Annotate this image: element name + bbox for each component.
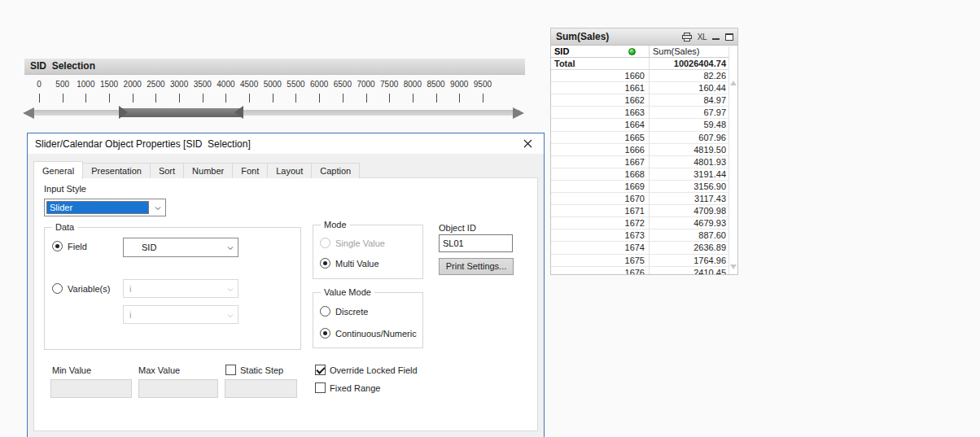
max-value-input bbox=[138, 379, 218, 398]
close-button[interactable] bbox=[511, 133, 544, 154]
table-row[interactable]: 1673887.60 bbox=[551, 229, 728, 242]
static-step-label[interactable]: Static Step bbox=[240, 365, 283, 375]
table-row[interactable]: 1665607.96 bbox=[551, 132, 728, 144]
table-row[interactable]: 16751764.96 bbox=[551, 255, 728, 267]
fixed-range-label[interactable]: Fixed Range bbox=[330, 383, 380, 393]
mode-groupbox: Mode Single Value Multi Value bbox=[313, 225, 423, 279]
cell-sid[interactable]: 1670 bbox=[551, 193, 649, 204]
scroll-up-indicator-icon[interactable] bbox=[730, 81, 737, 85]
slider-tick-label: 5000 bbox=[264, 80, 282, 89]
print-icon[interactable] bbox=[682, 33, 692, 42]
cell-sid[interactable]: 1674 bbox=[551, 242, 649, 253]
slider-tick-label: 2000 bbox=[124, 80, 142, 89]
tab-sort[interactable]: Sort bbox=[151, 163, 184, 178]
print-settings-button[interactable]: Print Settings... bbox=[439, 258, 514, 275]
table-row[interactable]: 166082.26 bbox=[551, 70, 728, 82]
chevron-down-icon[interactable] bbox=[223, 243, 238, 252]
cell-sid[interactable]: 1667 bbox=[551, 156, 649, 168]
cell-sid[interactable]: 1671 bbox=[551, 205, 649, 216]
tab-caption[interactable]: Caption bbox=[312, 163, 360, 178]
slider-scroll-left-icon[interactable] bbox=[23, 107, 34, 119]
slider-tick-label: 1000 bbox=[77, 80, 94, 89]
cell-sid[interactable]: 1676 bbox=[551, 267, 649, 275]
column-header-sum-sales[interactable]: Sum(Sales) bbox=[649, 46, 728, 57]
cell-sid[interactable]: 1663 bbox=[551, 107, 649, 118]
discrete-label[interactable]: Discrete bbox=[335, 307, 368, 317]
cell-sid[interactable]: 1675 bbox=[551, 255, 649, 266]
tab-layout[interactable]: Layout bbox=[268, 163, 312, 178]
static-step-input bbox=[225, 379, 297, 398]
table-row[interactable]: 16762410.45 bbox=[551, 267, 728, 275]
cell-sum-sales: 2410.45 bbox=[649, 267, 728, 275]
input-style-combobox[interactable]: Slider bbox=[44, 199, 166, 216]
tab-font[interactable]: Font bbox=[233, 163, 268, 178]
cell-sum-sales: 4709.98 bbox=[649, 205, 728, 216]
maximize-icon[interactable] bbox=[725, 33, 733, 41]
table-row[interactable]: 16674801.93 bbox=[551, 156, 728, 168]
dialog-title-bar[interactable]: Slider/Calendar Object Properties [SID S… bbox=[28, 133, 544, 154]
field-selected-value: SID bbox=[124, 243, 156, 252]
slider-range-thumb[interactable] bbox=[120, 108, 243, 117]
cell-sid[interactable]: 1668 bbox=[551, 168, 649, 180]
cell-sid[interactable]: 1660 bbox=[551, 70, 649, 81]
tab-number[interactable]: Number bbox=[184, 163, 233, 178]
table-row[interactable]: 16714709.98 bbox=[551, 205, 728, 217]
slider-tick-mark bbox=[483, 94, 483, 103]
table-row[interactable]: 16724679.93 bbox=[551, 217, 728, 229]
continuous-numeric-radio[interactable] bbox=[320, 328, 330, 339]
override-locked-field-checkbox[interactable] bbox=[315, 365, 326, 375]
input-style-selected-value: Slider bbox=[46, 201, 149, 214]
table-row[interactable]: 166284.97 bbox=[551, 94, 728, 107]
variables-radio-label[interactable]: Variable(s) bbox=[68, 284, 110, 294]
excel-export-icon[interactable]: XL bbox=[698, 33, 707, 42]
cell-sid[interactable]: 1672 bbox=[551, 217, 649, 229]
tab-presentation[interactable]: Presentation bbox=[83, 163, 151, 178]
table-row[interactable]: 166367.97 bbox=[551, 107, 728, 119]
variables-radio[interactable] bbox=[52, 283, 63, 294]
table-row[interactable]: 16664819.50 bbox=[551, 144, 728, 156]
slider-tick-mark bbox=[63, 94, 63, 103]
cell-sid[interactable]: 1661 bbox=[551, 82, 649, 94]
minimize-icon[interactable] bbox=[712, 34, 720, 40]
tab-general[interactable]: General bbox=[33, 161, 83, 179]
multi-value-label[interactable]: Multi Value bbox=[335, 259, 379, 269]
cell-sid[interactable]: 1665 bbox=[551, 132, 649, 143]
cell-sid[interactable]: 1666 bbox=[551, 144, 649, 155]
field-radio-label[interactable]: Field bbox=[68, 242, 87, 251]
fixed-range-checkbox[interactable] bbox=[315, 382, 326, 393]
multi-value-radio[interactable] bbox=[320, 258, 330, 269]
slider-tick-label: 4000 bbox=[217, 80, 234, 89]
single-value-label: Single Value bbox=[335, 238, 385, 248]
slider-scroll-right-icon[interactable] bbox=[513, 107, 524, 119]
chevron-down-icon[interactable] bbox=[151, 203, 165, 212]
table-row[interactable]: 166459.48 bbox=[551, 119, 728, 131]
override-locked-field-label[interactable]: Override Locked Field bbox=[330, 365, 418, 375]
cell-sid[interactable]: 1673 bbox=[551, 229, 649, 241]
range-start-handle-icon[interactable] bbox=[119, 106, 128, 119]
field-combobox[interactable]: SID bbox=[123, 238, 238, 257]
slider-caption-bar[interactable]: SID Selection bbox=[24, 59, 525, 75]
continuous-numeric-label[interactable]: Continuous/Numeric bbox=[335, 329, 417, 339]
slider-tick-mark bbox=[459, 94, 460, 103]
field-radio[interactable] bbox=[52, 241, 63, 251]
range-end-handle-icon[interactable] bbox=[234, 106, 243, 119]
table-row[interactable]: 1661160.44 bbox=[551, 82, 728, 94]
table-row[interactable]: 16683191.44 bbox=[551, 168, 728, 181]
slider-track[interactable] bbox=[29, 110, 521, 116]
slider-tick-mark bbox=[109, 94, 110, 103]
table-header-row: SID Sum(Sales) bbox=[551, 46, 728, 58]
cell-sid[interactable]: 1662 bbox=[551, 94, 649, 106]
scroll-down-indicator-icon[interactable] bbox=[730, 264, 737, 269]
table-row[interactable]: 16693156.90 bbox=[551, 181, 728, 193]
cell-sid[interactable]: 1669 bbox=[551, 181, 649, 192]
table-scrollbar[interactable] bbox=[728, 46, 737, 274]
slider-tick-mark bbox=[85, 94, 86, 103]
cell-sid[interactable]: 1664 bbox=[551, 119, 649, 130]
static-step-checkbox[interactable] bbox=[225, 365, 236, 375]
table-row[interactable]: 16742636.89 bbox=[551, 242, 728, 254]
slider-tick-mark bbox=[389, 94, 390, 103]
discrete-radio[interactable] bbox=[320, 306, 330, 317]
table-caption-bar[interactable]: Sum(Sales) XL bbox=[551, 28, 737, 46]
table-row[interactable]: 16703117.43 bbox=[551, 193, 728, 205]
object-id-input[interactable]: SL01 bbox=[439, 234, 513, 252]
